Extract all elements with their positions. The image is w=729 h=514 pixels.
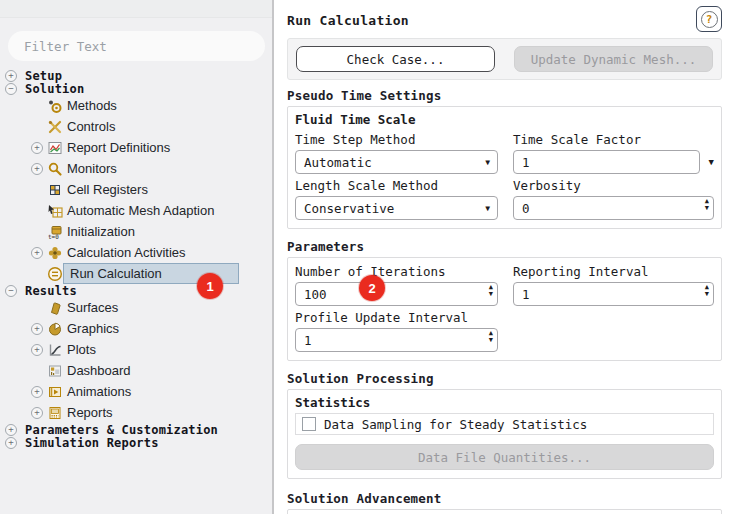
- dropdown-value: Conservative: [304, 201, 394, 216]
- tree-item-animations[interactable]: Animations: [0, 381, 272, 402]
- expand-plus-icon[interactable]: [31, 247, 43, 259]
- methods-gear-icon: [47, 98, 63, 114]
- tree-item-parameters-customization[interactable]: Parameters & Customization: [0, 423, 272, 436]
- tree-item-simulation-reports[interactable]: Simulation Reports: [0, 436, 272, 449]
- tree-item-surfaces[interactable]: Surfaces: [0, 297, 272, 318]
- tree-item-label: Results: [25, 284, 77, 298]
- time-scale-factor-label: Time Scale Factor: [513, 132, 714, 148]
- tree-item-methods[interactable]: Methods: [0, 95, 272, 116]
- chevron-down-icon: ▼: [485, 158, 490, 167]
- profile-update-interval-spinner[interactable]: 1 ▲▼: [295, 328, 498, 352]
- tree-item-graphics[interactable]: Graphics: [0, 318, 272, 339]
- data-sampling-label: Data Sampling for Steady Statistics: [324, 417, 587, 432]
- tree-item-label: Surfaces: [67, 300, 118, 315]
- reporting-interval-spinner[interactable]: 1 ▲▼: [513, 282, 714, 306]
- tree-item-results[interactable]: Results: [0, 284, 272, 297]
- tree-item-label: Calculation Activities: [67, 245, 186, 260]
- expand-plus-icon[interactable]: [5, 70, 17, 82]
- chevron-down-icon: ▼: [485, 204, 490, 213]
- help-button[interactable]: ?: [696, 6, 722, 32]
- expand-plus-icon[interactable]: [31, 163, 43, 175]
- expander-spacer: [31, 302, 43, 314]
- tree-item-label: Graphics: [67, 321, 119, 336]
- plots-curve-icon: [47, 342, 63, 358]
- input-value: 100: [304, 287, 327, 302]
- spinner-down-icon[interactable]: ▼: [489, 337, 493, 344]
- expand-plus-icon[interactable]: [5, 424, 17, 436]
- tree-item-label: Initialization: [67, 224, 135, 239]
- input-value: 1: [522, 155, 530, 170]
- tree-item-solution[interactable]: Solution: [0, 82, 272, 95]
- panel-top-strip: [0, 0, 272, 18]
- tree-item-controls[interactable]: Controls: [0, 116, 272, 137]
- filter-input[interactable]: [8, 31, 265, 61]
- profile-update-interval-label: Profile Update Interval: [295, 310, 498, 326]
- tree-item-label: Monitors: [67, 161, 117, 176]
- tree-item-label: Automatic Mesh Adaption: [67, 203, 214, 218]
- reports-document-icon: [47, 405, 63, 421]
- time-step-method-dropdown[interactable]: Automatic ▼: [295, 150, 498, 174]
- check-case-button[interactable]: Check Case...: [296, 46, 495, 72]
- step-badge-2: 2: [359, 275, 385, 301]
- expand-plus-icon[interactable]: [5, 437, 17, 449]
- monitors-magnifier-icon: [47, 161, 63, 177]
- tree-item-cell-registers[interactable]: Cell Registers: [0, 179, 272, 200]
- tree-item-label: Parameters & Customization: [25, 423, 218, 437]
- data-file-quantities-button: Data File Quantities...: [295, 444, 714, 470]
- expand-plus-icon[interactable]: [31, 323, 43, 335]
- tree-item-label: Simulation Reports: [25, 436, 159, 450]
- controls-tools-icon: [47, 119, 63, 135]
- tree-item-label: Cell Registers: [67, 182, 148, 197]
- statistics-heading: Statistics: [295, 395, 714, 410]
- collapse-minus-icon[interactable]: [5, 285, 17, 297]
- tree-item-plots[interactable]: Plots: [0, 339, 272, 360]
- number-of-iterations-spinner[interactable]: 100 ▲▼ 2: [295, 282, 498, 306]
- expander-spacer: [31, 121, 43, 133]
- tree-item-label: Run Calculation: [70, 266, 162, 281]
- tree-item-label: Solution: [25, 82, 84, 96]
- spinner-down-icon[interactable]: ▼: [705, 291, 709, 298]
- expand-plus-icon[interactable]: [31, 344, 43, 356]
- chevron-down-icon[interactable]: ▼: [709, 157, 714, 167]
- fluid-time-scale-heading: Fluid Time Scale: [295, 112, 714, 127]
- time-scale-factor-input[interactable]: 1: [513, 150, 700, 174]
- tree-item-calculation-activities[interactable]: Calculation Activities: [0, 242, 272, 263]
- expand-plus-icon[interactable]: [31, 142, 43, 154]
- calculation-activities-icon: [47, 245, 63, 261]
- spinner-down-icon[interactable]: ▼: [705, 205, 709, 212]
- collapse-minus-icon[interactable]: [5, 83, 17, 95]
- expander-spacer: [31, 100, 43, 112]
- tree-item-report-definitions[interactable]: Report Definitions: [0, 137, 272, 158]
- outline-tree-panel: Setup Solution Methods Controls Rep: [0, 0, 272, 514]
- tree-item-automatic-mesh-adaption[interactable]: Automatic Mesh Adaption: [0, 200, 272, 221]
- animations-icon: [47, 384, 63, 400]
- reporting-interval-label: Reporting Interval: [513, 264, 714, 280]
- input-value: 0: [522, 201, 530, 216]
- tree-item-dashboard[interactable]: Dashboard: [0, 360, 272, 381]
- expand-plus-icon[interactable]: [31, 407, 43, 419]
- input-value: 1: [522, 287, 530, 302]
- question-mark-icon: ?: [701, 11, 718, 28]
- solution-advancement-heading: Solution Advancement: [287, 491, 722, 506]
- tree-item-label: Reports: [67, 405, 113, 420]
- tree-item-setup[interactable]: Setup: [0, 69, 272, 82]
- tree-item-run-calculation[interactable]: Run Calculation: [0, 263, 272, 284]
- length-scale-method-dropdown[interactable]: Conservative ▼: [295, 196, 498, 220]
- verbosity-spinner[interactable]: 0 ▲▼: [513, 196, 714, 220]
- panel-divider: [272, 0, 274, 514]
- parameters-heading: Parameters: [287, 239, 722, 254]
- pseudo-time-settings-heading: Pseudo Time Settings: [287, 88, 722, 103]
- tree-item-initialization[interactable]: t=0 Initialization: [0, 221, 272, 242]
- data-sampling-checkbox[interactable]: [302, 417, 316, 431]
- tree-item-monitors[interactable]: Monitors: [0, 158, 272, 179]
- page-title: Run Calculation: [287, 13, 409, 28]
- tree-item-label: Plots: [67, 342, 96, 357]
- expand-plus-icon[interactable]: [31, 386, 43, 398]
- spinner-down-icon[interactable]: ▼: [489, 291, 493, 298]
- task-page-run-calculation: Run Calculation ? Check Case... Update D…: [276, 0, 729, 514]
- fluid-time-scale-groupbox: Fluid Time Scale Time Step Method Time S…: [287, 106, 722, 229]
- tree-item-label: Dashboard: [67, 363, 131, 378]
- step-badge-1: 1: [197, 273, 223, 299]
- tree-item-reports[interactable]: Reports: [0, 402, 272, 423]
- tree-item-label: Report Definitions: [67, 140, 170, 155]
